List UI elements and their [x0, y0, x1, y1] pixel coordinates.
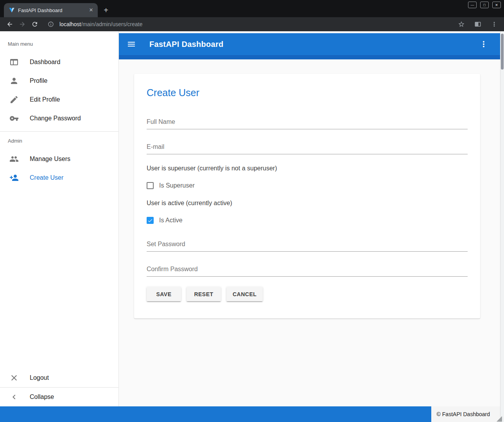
forward-button[interactable]: [17, 19, 27, 29]
pencil-icon: [9, 95, 19, 104]
sidebar-item-label: Edit Profile: [30, 96, 60, 103]
hamburger-icon: [127, 39, 136, 49]
content-area: Create User User is superuser (currently…: [119, 59, 500, 406]
app-bar: FastAPI Dashboard: [119, 33, 500, 55]
kebab-icon: [491, 21, 498, 28]
email-field: [147, 141, 468, 154]
browser-window: FastAPI Dashboard ✕ + — □ ✕ localhost/ma…: [0, 0, 504, 422]
email-input[interactable]: [147, 141, 468, 154]
browser-tab[interactable]: FastAPI Dashboard ✕: [4, 3, 98, 17]
sidebar-caption-admin: Admin: [0, 138, 118, 144]
active-hint: User is active (currently active): [147, 200, 468, 207]
appbar-extension: [119, 55, 500, 59]
sidebar-item-dashboard[interactable]: Dashboard: [0, 53, 118, 72]
forward-icon: [19, 21, 26, 28]
side-panel-icon: [474, 21, 481, 28]
star-icon: [458, 21, 465, 28]
chevron-left-icon: [9, 392, 19, 402]
window-maximize-button[interactable]: □: [480, 2, 489, 8]
sidebar-item-manage-users[interactable]: Manage Users: [0, 150, 118, 168]
sidebar-item-label: Collapse: [30, 393, 54, 401]
page-main: Main menu Dashboard Profile: [0, 31, 500, 422]
window-controls: — □ ✕: [468, 2, 501, 8]
superuser-checkbox[interactable]: [147, 182, 154, 189]
form-actions: SAVE RESET CANCEL: [147, 287, 468, 301]
full-name-field: [147, 116, 468, 129]
sidebar-item-label: Profile: [30, 77, 47, 84]
address-bar[interactable]: localhost/main/admin/users/create: [59, 21, 142, 27]
browser-tab-bar: FastAPI Dashboard ✕ + — □ ✕: [0, 0, 504, 17]
key-icon: [9, 114, 19, 123]
divider: [0, 131, 118, 132]
main-column: FastAPI Dashboard Create User: [119, 31, 500, 406]
set-password-field: [147, 238, 468, 252]
tab-close-icon[interactable]: ✕: [88, 7, 95, 14]
browser-toolbar: localhost/main/admin/users/create: [0, 17, 504, 31]
scrollbar-track[interactable]: [500, 31, 504, 422]
bookmark-button[interactable]: [456, 19, 466, 29]
cancel-button[interactable]: CANCEL: [226, 287, 263, 301]
person-icon: [9, 76, 19, 86]
sidebar-item-create-user[interactable]: Create User: [0, 168, 118, 187]
sidebar-item-profile[interactable]: Profile: [0, 72, 118, 90]
back-button[interactable]: [5, 19, 15, 29]
resize-grip-icon: [497, 416, 502, 422]
sidebar-bottom: Logout Collapse: [0, 368, 118, 406]
active-checkbox-row: Is Active: [147, 217, 468, 224]
content-row: Main menu Dashboard Profile: [0, 31, 500, 406]
app-bar-menu-button[interactable]: [479, 39, 488, 49]
window-close-button[interactable]: ✕: [492, 2, 501, 8]
menu-toggle-button[interactable]: [127, 39, 136, 49]
window-minimize-button[interactable]: —: [468, 2, 477, 8]
vuetify-logo-icon: [9, 7, 15, 13]
reset-button[interactable]: RESET: [187, 287, 221, 301]
footer: © FastAPI Dashboard: [0, 406, 500, 422]
sidebar-item-logout[interactable]: Logout: [0, 368, 118, 387]
superuser-checkbox-label: Is Superuser: [159, 182, 195, 189]
copyright-text: © FastAPI Dashboard: [431, 406, 500, 422]
page: Main menu Dashboard Profile: [0, 31, 504, 422]
close-icon: [9, 373, 19, 383]
tab-title: FastAPI Dashboard: [18, 7, 84, 13]
side-panel-button[interactable]: [473, 19, 483, 29]
app-bar-title: FastAPI Dashboard: [149, 40, 224, 49]
reload-button[interactable]: [30, 19, 40, 29]
sidebar-item-change-password[interactable]: Change Password: [0, 109, 118, 128]
kebab-icon: [479, 39, 488, 49]
sidebar-item-label: Dashboard: [30, 59, 60, 66]
sidebar-item-label: Manage Users: [30, 156, 70, 163]
sidebar-item-label: Change Password: [30, 115, 81, 122]
new-tab-button[interactable]: +: [100, 4, 112, 16]
superuser-hint: User is superuser (currently is not a su…: [147, 165, 468, 172]
people-icon: [9, 154, 19, 164]
back-icon: [6, 21, 13, 28]
check-icon: [147, 218, 153, 224]
url-host: localhost: [59, 21, 81, 27]
reload-icon: [31, 21, 38, 28]
sidebar-caption-main-menu: Main menu: [0, 41, 118, 47]
sidebar: Main menu Dashboard Profile: [0, 31, 119, 406]
scrollbar-thumb[interactable]: [501, 34, 504, 70]
sidebar-item-edit-profile[interactable]: Edit Profile: [0, 90, 118, 109]
save-button[interactable]: SAVE: [147, 287, 181, 301]
create-user-card: Create User User is superuser (currently…: [134, 74, 480, 318]
site-info-button[interactable]: [48, 21, 54, 27]
set-password-input[interactable]: [147, 238, 468, 252]
superuser-checkbox-row: Is Superuser: [147, 182, 468, 189]
active-checkbox-label: Is Active: [159, 217, 183, 224]
confirm-password-field: [147, 263, 468, 277]
active-checkbox[interactable]: [147, 217, 154, 224]
info-icon: [48, 21, 54, 27]
dashboard-icon: [9, 57, 19, 67]
confirm-password-input[interactable]: [147, 263, 468, 277]
person-add-icon: [9, 173, 19, 182]
browser-menu-button[interactable]: [489, 19, 499, 29]
page-title: Create User: [147, 87, 468, 98]
sidebar-item-label: Logout: [30, 374, 49, 381]
sidebar-item-label: Create User: [30, 174, 63, 181]
sidebar-item-collapse[interactable]: Collapse: [0, 388, 118, 406]
url-path: /main/admin/users/create: [81, 21, 142, 27]
full-name-input[interactable]: [147, 116, 468, 129]
